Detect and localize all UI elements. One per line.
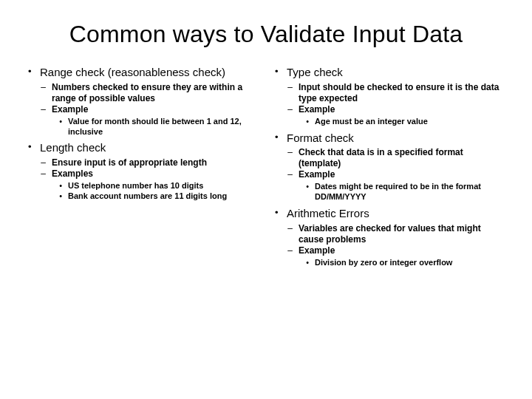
- list-item: • Bank account numbers are 11 digits lon…: [27, 191, 259, 202]
- item-label: Input should be checked to ensure it is …: [299, 82, 505, 104]
- list-item: – Numbers checked to ensure they are wit…: [27, 82, 259, 104]
- item-label: Arithmetic Errors: [287, 207, 369, 221]
- bullet-dot-icon: •: [27, 191, 68, 202]
- list-item: • Range check (reasonableness check) – N…: [27, 66, 259, 137]
- list-item: – Example • Value for month should lie b…: [27, 104, 259, 137]
- list-item: • Division by zero or integer overflow: [273, 258, 505, 268]
- bullet-dot-icon: •: [27, 181, 68, 191]
- bullet-dash-icon: –: [273, 147, 299, 169]
- item-label: Type check: [287, 66, 343, 80]
- list-item: • Type check – Input should be checked t…: [273, 66, 505, 127]
- item-label: Check that data is in a specified format…: [299, 147, 505, 169]
- list-item: – Check that data is in a specified form…: [273, 147, 505, 169]
- item-label: Dates might be required to be in the for…: [315, 182, 505, 202]
- list-item: • Age must be an integer value: [273, 117, 505, 127]
- item-label: Numbers checked to ensure they are withi…: [52, 82, 259, 104]
- bullet-dash-icon: –: [273, 223, 299, 245]
- bullet-dot-icon: •: [27, 141, 40, 155]
- list-item: • US telephone number has 10 digits: [27, 181, 259, 191]
- item-label: Example: [299, 245, 335, 256]
- list-item: – Ensure input is of appropriate length: [27, 157, 259, 168]
- list-item: • Value for month should lie between 1 a…: [27, 117, 259, 137]
- list-item: • Format check – Check that data is in a…: [273, 132, 505, 202]
- item-label: Variables are checked for values that mi…: [299, 223, 505, 245]
- bullet-dot-icon: •: [273, 182, 315, 202]
- content-columns: • Range check (reasonableness check) – N…: [27, 66, 505, 272]
- list-item: – Variables are checked for values that …: [273, 223, 505, 245]
- bullet-dot-icon: •: [273, 132, 287, 146]
- item-label: Division by zero or integer overflow: [315, 258, 452, 268]
- bullet-dash-icon: –: [273, 104, 299, 115]
- bullet-dot-icon: •: [273, 258, 315, 268]
- bullet-dot-icon: •: [273, 207, 287, 221]
- item-label: Age must be an integer value: [315, 117, 428, 127]
- item-label: Examples: [52, 168, 93, 180]
- bullet-dot-icon: •: [27, 66, 40, 80]
- right-column: • Type check – Input should be checked t…: [273, 66, 505, 272]
- item-label: Ensure input is of appropriate length: [52, 157, 207, 168]
- list-item: • Length check – Ensure input is of appr…: [27, 141, 259, 201]
- list-item: – Input should be checked to ensure it i…: [273, 82, 505, 104]
- left-column: • Range check (reasonableness check) – N…: [27, 66, 259, 272]
- item-label: Example: [299, 104, 335, 115]
- list-item: – Examples • US telephone number has 10 …: [27, 168, 259, 202]
- bullet-dot-icon: •: [273, 117, 315, 127]
- slide-title: Common ways to Validate Input Data: [27, 21, 505, 48]
- list-item: – Example • Division by zero or integer …: [273, 245, 505, 268]
- bullet-dot-icon: •: [27, 117, 68, 137]
- bullet-dash-icon: –: [27, 168, 52, 180]
- item-label: Example: [52, 104, 88, 115]
- item-label: US telephone number has 10 digits: [68, 181, 203, 191]
- item-label: Example: [299, 169, 335, 180]
- item-label: Value for month should lie between 1 and…: [68, 117, 259, 137]
- item-label: Bank account numbers are 11 digits long: [68, 191, 227, 202]
- list-item: • Arithmetic Errors – Variables are chec…: [273, 207, 505, 268]
- list-item: – Example • Age must be an integer value: [273, 104, 505, 127]
- bullet-dash-icon: –: [273, 245, 299, 256]
- bullet-dot-icon: •: [273, 66, 287, 80]
- bullet-dash-icon: –: [27, 104, 52, 115]
- list-item: – Example • Dates might be required to b…: [273, 169, 505, 202]
- bullet-dash-icon: –: [27, 82, 52, 104]
- item-label: Range check (reasonableness check): [40, 66, 225, 80]
- item-label: Format check: [287, 132, 354, 146]
- bullet-dash-icon: –: [27, 157, 52, 168]
- list-item: • Dates might be required to be in the f…: [273, 182, 505, 202]
- item-label: Length check: [40, 141, 106, 155]
- bullet-dash-icon: –: [273, 82, 299, 104]
- bullet-dash-icon: –: [273, 169, 299, 180]
